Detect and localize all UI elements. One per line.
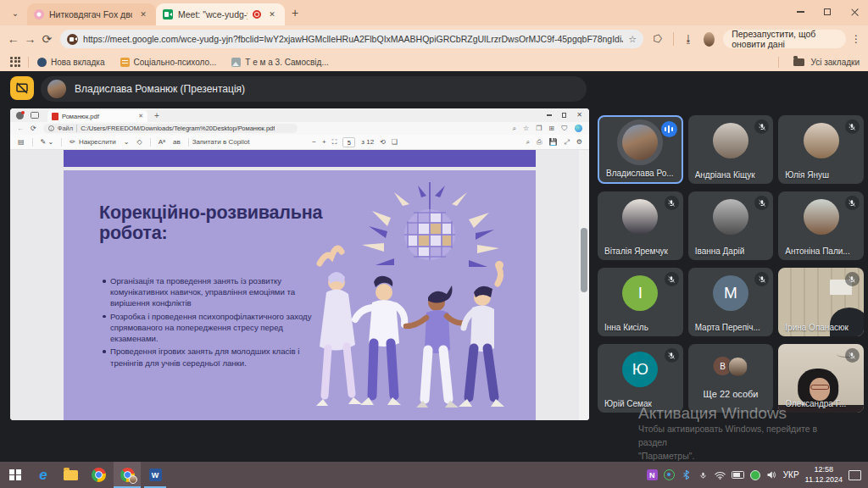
back-icon[interactable]: ← [5, 32, 22, 46]
participant-tile[interactable]: М Марта Перепіч... [688, 268, 774, 336]
forward-icon[interactable]: → [22, 32, 39, 46]
bluetooth-icon[interactable] [681, 469, 692, 480]
taskbar-chrome[interactable] [86, 462, 110, 488]
shared-screen[interactable]: Романюк.pdf ✕ + ✕ ← ⟳ i Файл C:/Users/FR… [10, 108, 589, 420]
participant-tile[interactable]: Андріана Кіщук [688, 115, 774, 184]
pdf-text-size-icon[interactable]: Aᵃ [159, 138, 165, 146]
downloads-icon[interactable]: ⭳ [683, 33, 693, 45]
edge-tab-close-icon[interactable]: ✕ [138, 113, 143, 119]
participant-tile[interactable]: І Інна Кисіль [598, 268, 683, 336]
edge-back-icon[interactable]: ← [17, 125, 24, 132]
windows-logo-icon [9, 469, 21, 481]
bookmark-item[interactable]: Соціально-психоло... [120, 58, 217, 67]
pdf-copilot-label[interactable]: Запитати в Copilot [192, 138, 250, 146]
participant-tile[interactable]: Антоніна Пали... [778, 191, 864, 260]
fit-page-icon[interactable]: ⛶ [332, 138, 337, 147]
profile-avatar[interactable] [704, 32, 715, 47]
pdf-draw-icon[interactable]: ✏ [70, 138, 75, 146]
pdf-settings-icon[interactable]: ⚙ [576, 138, 582, 147]
more-participants-tile[interactable]: В Ще 22 особи [688, 344, 774, 413]
edge-minimize-button[interactable] [547, 114, 552, 115]
zoom-in-icon[interactable]: + [322, 138, 326, 146]
browser-menu-icon[interactable]: ⋮ [851, 33, 861, 45]
pdf-read-aloud-icon[interactable]: ав [173, 138, 181, 146]
edge-shield-icon[interactable]: 🛡 [561, 125, 568, 132]
page-view-icon[interactable]: ❏ [392, 138, 398, 146]
edge-toolbar-icons: ⌕ ☆ ❐ ⊞ 🛡 [512, 125, 589, 133]
edge-new-tab-button[interactable]: + [154, 111, 159, 120]
edge-reload-icon[interactable]: ⟳ [31, 125, 36, 132]
rotate-icon[interactable]: ⟲ [380, 138, 386, 146]
bookmark-star-icon[interactable]: ☆ [628, 34, 637, 45]
zoom-out-icon[interactable]: − [312, 138, 316, 146]
minimize-button[interactable] [787, 0, 814, 24]
participant-tile[interactable]: Юлія Януш [778, 115, 864, 184]
copilot-icon[interactable] [575, 125, 582, 132]
start-button[interactable] [3, 462, 27, 488]
action-center-icon[interactable] [849, 470, 861, 480]
volume-icon[interactable] [766, 469, 777, 480]
edge-split-icon[interactable]: ❐ [536, 125, 542, 132]
participant-tile[interactable]: Владислава Ро... [598, 115, 683, 184]
edge-collections-icon[interactable]: ⊞ [548, 125, 554, 132]
pdf-search-icon[interactable]: ⌕ [526, 138, 530, 147]
file-info-icon[interactable]: i [48, 125, 54, 131]
tab-close-icon[interactable]: ✕ [266, 8, 278, 20]
reload-icon[interactable]: ⟳ [38, 32, 55, 46]
language-indicator[interactable]: УКР [783, 470, 799, 480]
pdf-expand-icon[interactable]: ⤢ [564, 138, 569, 147]
taskbar-file-explorer[interactable] [59, 462, 81, 488]
participant-tile[interactable]: Олександра Г... [778, 344, 864, 413]
antivirus-tray-icon[interactable] [664, 469, 675, 480]
pdf-scrollbar-thumb[interactable] [581, 228, 587, 292]
edge-favorite-icon[interactable]: ☆ [523, 125, 529, 132]
tab-search-chevron-icon[interactable]: ⌄ [7, 4, 24, 21]
participant-tile[interactable]: Іванна Дарій [688, 191, 774, 260]
tab-close-icon[interactable]: ✕ [137, 8, 149, 20]
browser-tab-inactive[interactable]: Нитковдягач Fox двохсторонн... ✕ [27, 3, 156, 25]
edge-tab-device-icon[interactable] [31, 112, 39, 119]
pdf-viewport[interactable]: Корекційно-розвивальна робота: Організац… [10, 150, 589, 420]
mic-off-icon [754, 196, 769, 210]
bookmark-item[interactable]: Т е м а 3. Самосвід... [231, 58, 328, 67]
extensions-icon[interactable]: ⭔ [654, 33, 662, 45]
close-button[interactable] [841, 0, 868, 24]
participant-tile[interactable]: Ірина Опанасюк [778, 268, 864, 336]
edge-address-bar[interactable]: i Файл C:/Users/FREEDOM/Downloads/Telegr… [43, 124, 298, 133]
taskbar-chrome-active[interactable] [114, 462, 141, 488]
page-number-input[interactable]: 5 [342, 137, 355, 147]
pdf-draw-label[interactable]: Накреслити [79, 138, 116, 146]
microphone-tray-icon[interactable] [698, 469, 709, 480]
bookmarks-bar: Нова вкладка Соціально-психоло... Т е м … [0, 53, 868, 71]
battery-icon[interactable] [732, 471, 744, 479]
participant-tile[interactable]: Ю Юрій Семак [598, 344, 683, 413]
bookmark-item[interactable]: Нова вкладка [37, 58, 105, 67]
participant-tile[interactable]: Віталія Яремчук [598, 191, 683, 260]
notion-tray-icon[interactable]: N [647, 469, 658, 480]
all-bookmarks[interactable]: Усі закладки [778, 57, 868, 68]
taskbar-word[interactable]: W [144, 462, 166, 488]
apps-grid-icon[interactable] [10, 57, 21, 68]
slide-page: Корекційно-розвивальна робота: Організац… [64, 170, 536, 420]
vpn-tray-icon[interactable] [750, 470, 760, 480]
restart-to-update-button[interactable]: Перезапустити, щоб оновити дані [723, 30, 846, 48]
new-tab-button[interactable]: + [292, 6, 298, 19]
pdf-pen-icon[interactable]: ✎ ⌄ [41, 138, 54, 146]
pdf-print-icon[interactable]: ⎙ [537, 138, 542, 147]
pdf-pages-icon[interactable]: ▤ [18, 138, 25, 146]
wifi-icon[interactable] [715, 469, 726, 480]
taskbar-edge-legacy[interactable]: e [32, 462, 54, 488]
edge-tab[interactable]: Романюк.pdf ✕ [47, 110, 147, 122]
edge-search-icon[interactable]: ⌕ [512, 125, 515, 133]
edge-profile-icon[interactable] [16, 112, 24, 119]
edge-maximize-button[interactable] [562, 113, 567, 118]
maximize-button[interactable] [814, 0, 841, 24]
taskbar-clock[interactable]: 12:58 11.12.2024 [805, 465, 843, 485]
address-bar[interactable]: https://meet.google.com/wce-yudg-yjn?fbc… [60, 30, 643, 48]
browser-tab-active[interactable]: Meet: "wce-yudg-yjn" ✕ [156, 3, 285, 25]
edge-close-button[interactable]: ✕ [576, 112, 582, 119]
pdf-scrollbar[interactable] [579, 150, 589, 420]
pdf-dropdown-icon[interactable]: ⌄ [124, 138, 130, 146]
pdf-save-icon[interactable]: 💾 [548, 138, 557, 147]
pdf-eraser-icon[interactable]: ◇ [137, 138, 142, 146]
